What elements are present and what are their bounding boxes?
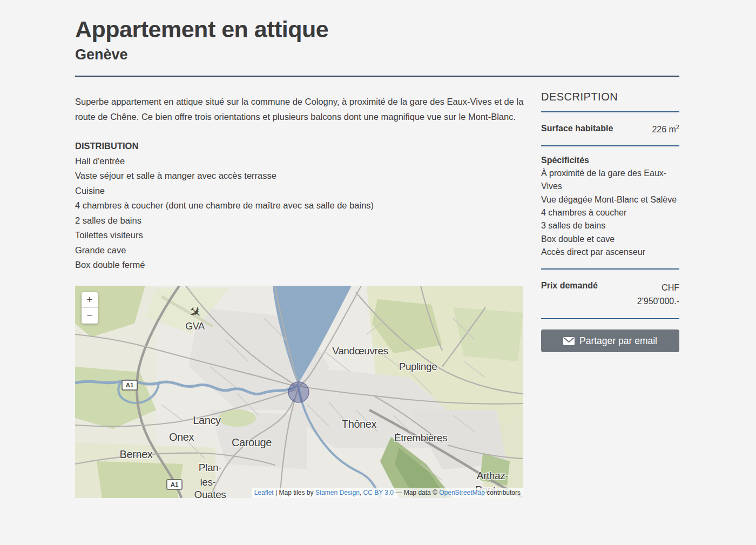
distribution-item: 2 salles de bains xyxy=(75,213,524,228)
listing-header: Appartement en attique Genève xyxy=(75,16,679,77)
attribution-text: , xyxy=(360,489,363,496)
specificite-item: Vue dégagée Mont-Blanc et Salève xyxy=(541,193,679,206)
map-zoom-control: + − xyxy=(82,292,98,324)
svg-text:A1: A1 xyxy=(126,382,134,388)
listing-description: Superbe appartement en attique situé sur… xyxy=(75,95,524,124)
share-email-label: Partager par email xyxy=(579,335,657,347)
distribution-heading: DISTRIBUTION xyxy=(75,139,524,154)
surface-row: Surface habitable 226 m2 xyxy=(541,112,679,145)
map-label-carouge: Carouge xyxy=(232,436,272,448)
surface-value: 226 m2 xyxy=(652,124,679,134)
page-subtitle: Genève xyxy=(75,46,679,63)
page-title: Appartement en attique xyxy=(75,16,679,43)
map-label-ouates: Ouates xyxy=(194,489,226,498)
description-sidebar: DESCRIPTION Surface habitable 226 m2 Spé… xyxy=(541,77,679,498)
specificite-item: Accès direct par ascenseur xyxy=(541,246,679,259)
map-attribution: Leaflet | Map tiles by Stamen Design, CC… xyxy=(252,488,523,498)
specificite-item: Box double et cave xyxy=(541,233,679,246)
price-value: CHF 2'950'000.- xyxy=(619,281,679,308)
sidebar-heading: DESCRIPTION xyxy=(541,91,679,103)
page: Appartement en attique Genève Superbe ap… xyxy=(0,0,756,498)
map-label-les: les- xyxy=(200,476,215,488)
ccby-link[interactable]: CC BY 3.0 xyxy=(363,489,394,496)
zoom-in-button[interactable]: + xyxy=(82,292,98,308)
specificites-heading: Spécificités xyxy=(541,154,679,167)
leaflet-link[interactable]: Leaflet xyxy=(254,489,274,496)
surface-exponent: 2 xyxy=(676,124,679,130)
attribution-text: contributors xyxy=(485,489,521,496)
location-map[interactable]: A1 A1 ✈ GVA Vandœuvres Puplinge Lancy xyxy=(75,286,523,498)
osm-link[interactable]: OpenStreetMap xyxy=(439,489,485,496)
distribution-item: Grande cave xyxy=(75,243,524,258)
specificite-item: À proximité de la gare des Eaux-Vives xyxy=(541,167,679,193)
attribution-text: | Map tiles by xyxy=(274,489,315,496)
specificite-item: 3 salles de bains xyxy=(541,219,679,232)
stamen-link[interactable]: Stamen Design xyxy=(315,489,360,496)
distribution-item: Toilettes visiteurs xyxy=(75,228,524,243)
specificite-item: 4 chambres à coucher xyxy=(541,206,679,219)
attribution-text: — Map data © xyxy=(394,489,439,496)
map-label-vandoeuvres: Vandœuvres xyxy=(332,345,388,356)
map-label-puplinge: Puplinge xyxy=(399,361,437,372)
map-label-gva: GVA xyxy=(185,321,205,332)
map-label-lancy: Lancy xyxy=(193,414,221,426)
price-label: Prix demandé xyxy=(541,281,598,291)
distribution-item: Box double fermé xyxy=(75,258,524,273)
map-label-onex: Onex xyxy=(169,431,194,443)
distribution-item: 4 chambres à coucher (dont une chambre d… xyxy=(75,198,524,213)
map-label-plan: Plan- xyxy=(199,462,221,473)
main-column: Superbe appartement en attique situé sur… xyxy=(75,77,524,498)
svg-text:A1: A1 xyxy=(171,481,179,488)
map-label-thonex: Thônex xyxy=(342,418,377,430)
distribution-item: Hall d'entrée xyxy=(75,154,524,169)
price-row: Prix demandé CHF 2'950'000.- xyxy=(541,270,679,318)
road-badge-a1: A1 xyxy=(167,480,182,489)
map-label-arthaz: Arthaz- xyxy=(477,470,509,481)
zoom-out-button[interactable]: − xyxy=(82,308,98,324)
envelope-icon xyxy=(563,337,575,345)
specificites-section: Spécificités À proximité de la gare des … xyxy=(541,146,679,268)
map-label-etrembieres: Étrembières xyxy=(394,432,447,443)
map-marker[interactable] xyxy=(288,382,309,402)
road-badge-a1: A1 xyxy=(122,380,137,390)
sidebar-divider xyxy=(541,318,679,319)
share-email-button[interactable]: Partager par email xyxy=(541,329,679,352)
distribution-item: Vaste séjour et salle à manger avec accè… xyxy=(75,169,524,184)
map-canvas: A1 A1 ✈ GVA Vandœuvres Puplinge Lancy xyxy=(75,286,523,498)
surface-label: Surface habitable xyxy=(541,124,613,133)
distribution-section: DISTRIBUTION Hall d'entrée Vaste séjour … xyxy=(75,139,524,273)
distribution-item: Cuisine xyxy=(75,184,524,199)
map-label-bernex: Bernex xyxy=(120,448,153,460)
